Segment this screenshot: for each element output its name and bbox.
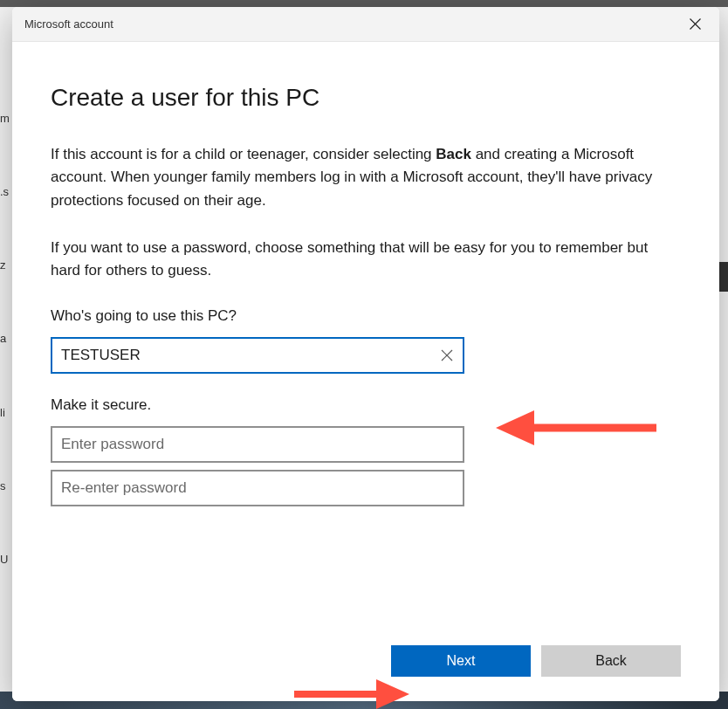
password-confirm-input-wrap — [51, 470, 464, 506]
button-row: Next Back — [391, 645, 681, 677]
username-input-wrap — [51, 337, 464, 374]
password-input-wrap — [51, 426, 464, 463]
dialog-window: Microsoft account Create a user for this… — [12, 7, 719, 701]
close-button[interactable] — [681, 10, 709, 38]
dialog-titlebar: Microsoft account — [12, 7, 719, 42]
intro-paragraph-2: If you want to use a password, choose so… — [51, 237, 681, 283]
bg-text: a — [0, 332, 12, 345]
intro-paragraph-1: If this account is for a child or teenag… — [51, 143, 681, 212]
username-input[interactable] — [51, 337, 464, 374]
bg-text: s — [0, 479, 12, 492]
bg-text: li — [0, 406, 12, 419]
back-button[interactable]: Back — [541, 645, 681, 677]
next-button[interactable]: Next — [391, 645, 531, 677]
password-input[interactable] — [51, 426, 464, 463]
password-confirm-input[interactable] — [51, 470, 464, 506]
clear-icon — [441, 349, 453, 361]
bg-window-titlebar — [0, 0, 728, 7]
page-heading: Create a user for this PC — [51, 84, 681, 112]
bg-text: U — [0, 553, 12, 566]
intro-p1-text-before: If this account is for a child or teenag… — [51, 146, 436, 162]
dialog-content: Create a user for this PC If this accoun… — [12, 42, 719, 701]
username-label: Who's going to use this PC? — [51, 307, 681, 325]
bg-text: z — [0, 258, 12, 272]
close-icon — [690, 18, 701, 30]
bg-text: .s — [0, 185, 12, 198]
dialog-title: Microsoft account — [24, 17, 113, 31]
intro-p1-bold: Back — [436, 146, 471, 162]
clear-input-button[interactable] — [435, 343, 459, 368]
bg-text: m — [0, 112, 12, 125]
svg-marker-5 — [496, 410, 534, 445]
secure-label: Make it secure. — [51, 396, 681, 414]
bg-left-fragments: m .s z a li s U — [0, 77, 12, 601]
